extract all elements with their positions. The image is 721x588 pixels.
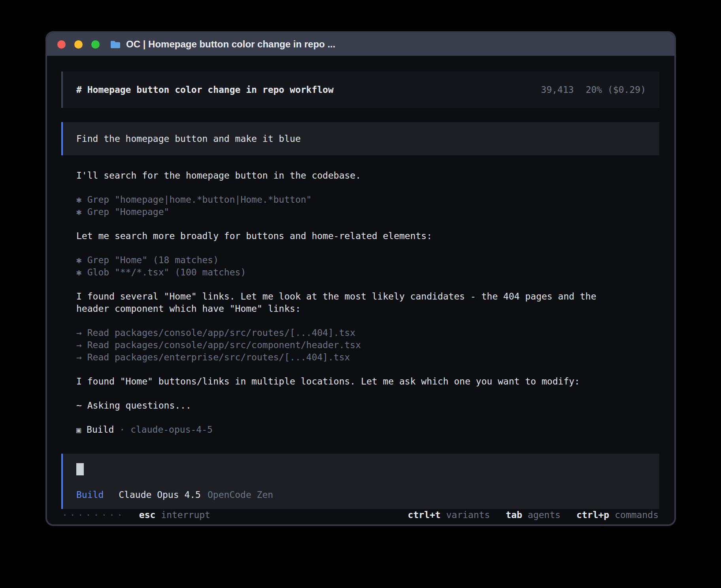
commands-label: commands <box>615 509 659 521</box>
agent-name: Build <box>87 424 114 436</box>
assistant-text: I'll search for the homepage button in t… <box>76 170 622 182</box>
hint-variants: ctrl+t variants <box>408 509 490 521</box>
hint-agents: tab agents <box>506 509 561 521</box>
activity-status: ~ Asking questions... <box>76 400 622 412</box>
terminal-window: OC | Homepage button color change in rep… <box>45 31 676 526</box>
tool-call-group: ✱ Grep "homepage|home.*button|Home.*butt… <box>76 194 644 218</box>
token-count: 39,413 <box>541 84 574 96</box>
interrupt-label: interrupt <box>161 509 210 521</box>
window-controls <box>57 40 100 49</box>
tool-call-group: → Read packages/console/app/src/routes/[… <box>76 327 644 364</box>
tool-call-line: → Read packages/console/app/src/routes/[… <box>76 327 644 339</box>
model-name: Claude Opus 4.5 <box>119 489 201 501</box>
agent-separator: · <box>119 424 125 436</box>
user-message: Find the homepage button and make it blu… <box>61 122 659 155</box>
input-meta: Build Claude Opus 4.5 OpenCode Zen <box>76 489 646 501</box>
esc-key-label: esc <box>139 509 156 521</box>
prompt-input[interactable]: Build Claude Opus 4.5 OpenCode Zen <box>61 454 659 509</box>
spinner-dots: ········ <box>62 509 125 521</box>
zoom-button[interactable] <box>91 40 100 49</box>
tool-call-line: → Read packages/console/app/src/componen… <box>76 339 644 351</box>
folder-icon <box>110 40 121 49</box>
window-title: OC | Homepage button color change in rep… <box>126 39 335 50</box>
session-stats: 39,413 20% ($0.29) <box>541 84 646 96</box>
variants-label: variants <box>446 509 490 521</box>
tool-call-line: ✱ Grep "Homepage" <box>76 206 644 218</box>
tool-call-line: ✱ Grep "Home" (18 matches) <box>76 254 644 266</box>
assistant-text: I found "Home" buttons/links in multiple… <box>76 375 622 388</box>
mode-badge: Build <box>76 489 104 501</box>
session-header: # Homepage button color change in repo w… <box>61 72 659 108</box>
agent-model: claude-opus-4-5 <box>130 424 213 436</box>
assistant-text: Let me search more broadly for buttons a… <box>76 230 622 242</box>
terminal-content: # Homepage button color change in repo w… <box>47 56 674 526</box>
provider-name: OpenCode Zen <box>208 489 273 501</box>
tool-call-line: → Read packages/enterprise/src/routes/[.… <box>76 351 644 364</box>
assistant-text: I found several "Home" links. Let me loo… <box>76 290 622 315</box>
session-title: # Homepage button color change in repo w… <box>76 84 334 96</box>
tool-call-group: ✱ Grep "Home" (18 matches) ✱ Glob "**/*.… <box>76 254 644 279</box>
tab-key-label: tab <box>506 509 522 521</box>
agents-label: agents <box>528 509 561 521</box>
ctrl-p-key-label: ctrl+p <box>576 509 609 521</box>
tool-call-line: ✱ Grep "homepage|home.*button|Home.*butt… <box>76 194 644 206</box>
agent-icon: ▣ <box>76 424 81 436</box>
hint-commands: ctrl+p commands <box>576 509 659 521</box>
status-bar: ········ esc interrupt ctrl+t variants t… <box>61 509 659 526</box>
context-usage: 20% ($0.29) <box>586 84 646 96</box>
close-button[interactable] <box>57 40 66 49</box>
agent-status-row: ▣ Build · claude-opus-4-5 <box>76 424 644 436</box>
ctrl-t-key-label: ctrl+t <box>408 509 441 521</box>
minimize-button[interactable] <box>74 40 83 49</box>
titlebar: OC | Homepage button color change in rep… <box>47 33 674 56</box>
text-cursor <box>76 463 84 475</box>
tool-call-line: ✱ Glob "**/*.tsx" (100 matches) <box>76 266 644 279</box>
user-message-text: Find the homepage button and make it blu… <box>76 133 301 145</box>
hint-interrupt: esc interrupt <box>139 509 210 521</box>
